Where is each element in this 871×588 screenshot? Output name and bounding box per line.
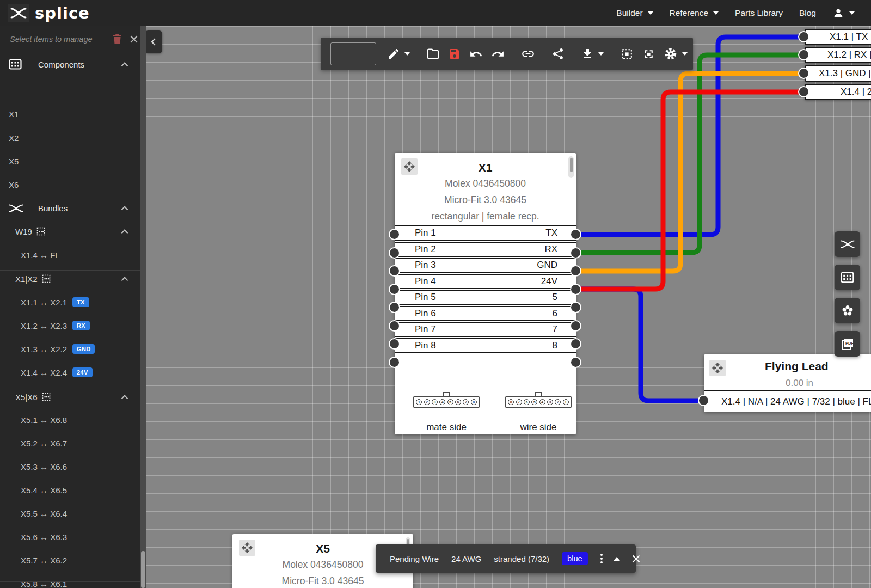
pin-row[interactable]: Pin 88 — [395, 338, 576, 353]
close-icon[interactable] — [130, 35, 138, 44]
pin-row-x2[interactable]: X1.4 | 24V — [805, 84, 871, 100]
bundle-wire-row[interactable]: X1.1 ↔ X2.1TX — [0, 294, 140, 310]
wire-color-chip[interactable]: blue — [562, 552, 587, 565]
settings-gear-icon[interactable] — [664, 47, 678, 61]
pin-connect-point[interactable] — [798, 49, 809, 60]
bundle-wire-x14-fl[interactable]: X1.4 ↔ FL — [0, 247, 140, 263]
bundle-wire-row[interactable]: X1.2 ↔ X2.3RX — [0, 317, 140, 334]
redo-icon[interactable] — [491, 47, 505, 61]
pin-connect-point[interactable] — [798, 31, 809, 42]
link-icon[interactable] — [521, 47, 535, 61]
nav-item-blog[interactable]: Blog — [799, 8, 816, 18]
pin-row[interactable]: Pin 66 — [395, 306, 576, 321]
sidebar-item-x5[interactable]: X5 — [0, 153, 140, 169]
pin-connect-point[interactable] — [389, 320, 400, 332]
pin-connect-point[interactable] — [570, 357, 581, 368]
pin-connect-point[interactable] — [698, 395, 709, 406]
pin-connect-point[interactable] — [798, 86, 809, 97]
circular-connector-button[interactable] — [835, 298, 860, 323]
pin-row[interactable]: Pin 3GND — [395, 258, 576, 273]
flying-lead-card[interactable]: Flying Lead 0.00 in X1.4 | N/A | 24 AWG … — [704, 354, 871, 412]
pin-connect-point[interactable] — [570, 229, 581, 240]
pin-connect-point[interactable] — [570, 302, 581, 313]
card-scrollbar[interactable] — [568, 156, 574, 178]
download-dropdown-icon[interactable] — [598, 52, 604, 56]
pin-row[interactable]: Pin 424V — [395, 274, 576, 289]
splice-tool-button[interactable] — [835, 231, 860, 257]
chevron-up-icon[interactable] — [121, 206, 128, 211]
chevron-up-icon[interactable] — [121, 229, 128, 234]
chevron-up-icon[interactable] — [121, 62, 128, 67]
pin-connect-point[interactable] — [389, 247, 400, 259]
sidebar-scrollbar[interactable] — [140, 26, 146, 588]
pin-connect-point[interactable] — [389, 302, 400, 313]
move-handle-icon[interactable] — [709, 360, 726, 376]
edit-pencil-icon[interactable] — [387, 47, 400, 60]
pin-connect-point[interactable] — [570, 247, 581, 259]
bundle-wire-row[interactable]: X1.3 ↔ X2.2GND — [0, 341, 140, 357]
open-folder-icon[interactable] — [426, 48, 440, 60]
bundle-group-x1x2[interactable]: X1|X2 — [0, 271, 140, 287]
pin-connect-point[interactable] — [389, 229, 400, 240]
save-icon[interactable] — [448, 47, 461, 60]
bundle-group-w19[interactable]: W19 — [0, 223, 140, 240]
pin-row-x2[interactable]: X1.1 | TX | — [805, 29, 871, 45]
pin-connect-point[interactable] — [570, 265, 581, 277]
close-icon[interactable] — [631, 554, 641, 564]
sidebar-item-x2[interactable]: X2 — [0, 130, 140, 146]
undo-icon[interactable] — [469, 47, 483, 61]
chevron-up-icon[interactable] — [121, 395, 128, 400]
download-icon[interactable] — [581, 47, 594, 60]
pencil-dropdown-icon[interactable] — [404, 52, 410, 56]
bundle-wire-row[interactable]: X5.3 ↔ X6.6 — [0, 458, 140, 475]
components-panel-button[interactable] — [835, 265, 860, 290]
component-card-x1[interactable]: X1 Molex 0436450800 Micro-Fit 3.0 43645 … — [395, 153, 576, 434]
nav-item-reference[interactable]: Reference — [670, 8, 719, 18]
export-pdf-button[interactable]: PDF — [835, 331, 860, 357]
move-handle-icon[interactable] — [401, 158, 418, 175]
sidebar-item-x6[interactable]: X6 — [0, 176, 140, 193]
collapse-bar-icon[interactable] — [614, 557, 620, 561]
section-header-bundles[interactable]: Bundles — [0, 200, 140, 216]
pin-connect-point[interactable] — [389, 357, 400, 368]
pin-row[interactable]: Pin 55 — [395, 290, 576, 305]
pin-row-x2[interactable]: X1.2 | RX | 2 — [805, 47, 871, 63]
sidebar-item-x1[interactable]: X1 — [0, 106, 140, 122]
user-menu[interactable] — [832, 7, 855, 19]
bundle-wire-row[interactable]: X5.1 ↔ X6.8 — [0, 412, 140, 428]
settings-dropdown-icon[interactable] — [682, 52, 688, 56]
bundle-group-x5x6[interactable]: X5|X6 — [0, 389, 140, 405]
bundle-wire-row[interactable]: X5.2 ↔ X6.7 — [0, 435, 140, 451]
bundle-wire-row[interactable]: X5.4 ↔ X6.5 — [0, 482, 140, 498]
bundle-wire-row[interactable]: X5.7 ↔ X6.2 — [0, 552, 140, 568]
logo[interactable]: splice — [8, 4, 90, 22]
pin-connect-point[interactable] — [798, 68, 809, 79]
harness-name-input[interactable] — [330, 42, 376, 65]
fit-view-icon[interactable] — [642, 47, 655, 61]
nav-item-parts-library[interactable]: Parts Library — [735, 8, 783, 18]
move-handle-icon[interactable] — [239, 540, 255, 556]
pin-connect-point[interactable] — [570, 338, 581, 350]
pin-row[interactable]: Pin 1TX — [395, 225, 576, 241]
nav-item-builder[interactable]: Builder — [616, 8, 653, 18]
bundle-wire-row[interactable]: X5.6 ↔ X6.3 — [0, 529, 140, 545]
bundle-wire-row[interactable]: X1.4 ↔ X2.424V — [0, 364, 140, 381]
sidebar-collapse-button[interactable] — [145, 30, 162, 53]
pin-connect-point[interactable] — [389, 338, 400, 350]
pin-connect-point[interactable] — [570, 284, 581, 295]
bundle-wire-row[interactable]: X5.5 ↔ X6.4 — [0, 505, 140, 522]
trash-icon[interactable] — [113, 34, 122, 44]
pin-connect-point[interactable] — [389, 284, 400, 295]
select-area-icon[interactable] — [620, 47, 634, 61]
pin-connect-point[interactable] — [570, 320, 581, 332]
search-input[interactable] — [10, 35, 113, 44]
more-options-icon[interactable] — [600, 554, 603, 564]
scrollbar-thumb[interactable] — [141, 551, 145, 588]
pin-row[interactable]: Pin 2RX — [395, 242, 576, 257]
flying-lead-row[interactable]: X1.4 | N/A | 24 AWG | 7/32 | blue | FL- — [704, 390, 871, 412]
section-header-components[interactable]: Components — [0, 56, 140, 72]
pin-row-x2[interactable]: X1.3 | GND | 2 — [805, 65, 871, 82]
pin-row[interactable]: Pin 77 — [395, 322, 576, 337]
share-icon[interactable] — [551, 47, 565, 60]
pin-connect-point[interactable] — [389, 265, 400, 277]
